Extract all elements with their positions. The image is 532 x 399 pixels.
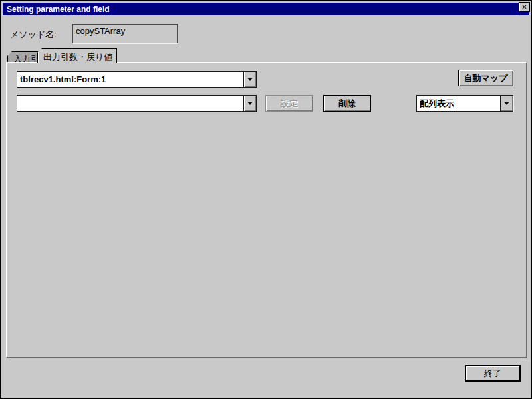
field-combobox-arrow[interactable] [243,96,256,111]
auto-map-button[interactable]: 自動マップ [458,70,513,86]
display-mode-arrow[interactable] [500,96,513,111]
chevron-down-icon [247,78,253,81]
form-combobox[interactable]: tblrecv1.html:Form:1 [17,71,257,88]
window-title: Setting parameter and field [7,5,110,14]
exit-button[interactable]: 終了 [465,365,521,382]
form-combobox-value: tblrecv1.html:Form:1 [17,74,243,84]
delete-button[interactable]: 削除 [323,95,371,112]
method-name-field[interactable]: copySTArray [72,24,178,43]
form-combobox-arrow[interactable] [243,72,256,87]
settings-dialog: Setting parameter and field ✕ メソッド名: cop… [0,0,532,399]
chevron-down-icon [247,102,253,105]
display-mode-value: 配列表示 [417,98,500,110]
close-icon: ✕ [521,3,527,11]
title-bar: Setting parameter and field [3,3,529,15]
method-name-label: メソッド名: [10,29,57,41]
chevron-down-icon [504,102,509,105]
tab-output-args[interactable]: 出力引数・戻り値 [37,48,117,63]
close-button[interactable]: ✕ [519,2,530,12]
field-combobox[interactable] [17,95,257,112]
display-mode-combobox[interactable]: 配列表示 [416,95,513,112]
set-button[interactable]: 設定 [265,95,313,112]
